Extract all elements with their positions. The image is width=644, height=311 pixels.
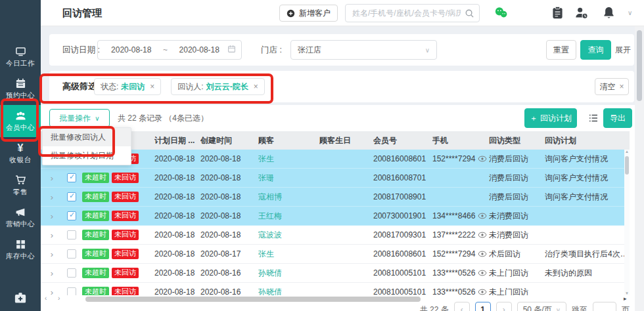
batch-operation-button[interactable]: 批量操作 ∨ <box>49 109 110 127</box>
sidebar-item-marketing-center[interactable]: 营销中心 <box>0 201 41 234</box>
filter-tag-0: 状态:未回访× <box>94 78 161 95</box>
add-visit-plan-button[interactable]: ＋ 回访计划 <box>524 108 577 128</box>
cell-visit-type: 术后回访 <box>489 249 545 260</box>
sidebar-item-label: 零售 <box>13 188 28 197</box>
scrollbar-thumb[interactable] <box>637 30 642 101</box>
column-header: 回访计划 <box>545 135 630 146</box>
cell-member-no: 200810005101 <box>373 287 432 295</box>
eye-icon[interactable] <box>478 270 487 276</box>
column-settings-icon[interactable] <box>588 113 599 123</box>
row-checkbox[interactable] <box>67 268 76 278</box>
customer-link[interactable]: 张珊 <box>258 173 319 184</box>
prev-page-button[interactable]: ‹ <box>454 302 470 311</box>
close-icon[interactable]: × <box>254 82 258 91</box>
row-checkbox[interactable] <box>67 230 76 239</box>
customer-link[interactable]: 寇波波 <box>258 230 319 241</box>
row-expand-icon[interactable]: › <box>43 211 61 221</box>
date-from: 2020-08-18 <box>103 45 160 54</box>
scroll-up-icon[interactable]: ▲ <box>624 150 630 154</box>
status-badge: 未回访 <box>112 230 139 240</box>
scrollbar-thumb[interactable] <box>625 156 629 175</box>
cell-member-no: 200730001901 <box>373 211 432 220</box>
column-header: 会员号 <box>373 135 432 146</box>
sidebar-item-retail[interactable]: 零售 <box>0 169 41 201</box>
scrollbar-thumb[interactable] <box>85 297 421 302</box>
customer-link[interactable]: 孙晓倩 <box>258 268 319 279</box>
sidebar-item-booking-center[interactable]: 预约中心 <box>0 73 41 105</box>
scroll-right-icon[interactable]: › <box>58 295 60 302</box>
status-badges: 未超时未回访 <box>82 249 154 259</box>
clipboard-icon[interactable] <box>551 6 564 20</box>
menu-item-1[interactable]: 批量修改计划日期 <box>43 146 131 165</box>
next-page-button[interactable]: › <box>496 302 512 311</box>
row-checkbox[interactable] <box>67 249 76 259</box>
chevron-down-icon[interactable]: ∨ <box>628 9 632 16</box>
jump-page-input[interactable] <box>593 302 616 311</box>
sidebar-item-cashier[interactable]: ¥收银台 <box>0 137 41 169</box>
status-badge: 未回访 <box>112 211 139 221</box>
people-clock-icon[interactable] <box>574 6 588 20</box>
table-vertical-scrollbar[interactable]: ▲ ▼ <box>624 150 630 295</box>
row-expand-icon[interactable]: › <box>43 268 61 278</box>
reset-button[interactable]: 重置 <box>546 40 576 60</box>
row-checkbox[interactable] <box>67 173 76 182</box>
table-row[interactable]: ›未超时未回访2020-08-182020-08-18寇波波2008170093… <box>41 226 630 245</box>
eye-icon[interactable] <box>478 213 487 219</box>
row-expand-icon[interactable]: › <box>43 249 61 259</box>
table-row[interactable]: ›未超时未回访2020-08-182020-08-16孙晓倩2008100051… <box>41 283 630 295</box>
store-select[interactable]: 张江店 ∨ <box>290 40 437 60</box>
search-icon[interactable] <box>465 9 474 18</box>
customer-link[interactable]: 张生 <box>258 154 319 165</box>
eye-icon[interactable] <box>478 251 487 257</box>
page-size-select[interactable]: 50 条/页 ∨ <box>517 302 566 311</box>
plus-circle-icon <box>287 9 295 18</box>
expand-toggle[interactable]: 展开 ∨ <box>615 34 634 66</box>
column-header: 手机 <box>432 135 489 146</box>
page-scrollbar[interactable] <box>635 26 644 311</box>
cell-plan-date: 2020-08-18 <box>154 230 200 239</box>
query-button[interactable]: 查询 <box>580 40 611 60</box>
row-expand-icon[interactable]: › <box>43 173 61 183</box>
advanced-filter-label[interactable]: 高级筛选 <box>62 71 97 102</box>
eye-icon[interactable] <box>478 232 487 238</box>
wechat-icon[interactable] <box>494 6 508 20</box>
status-badge: 未超时 <box>82 211 109 221</box>
customer-link[interactable]: 孙晓倩 <box>258 287 319 296</box>
menu-item-0[interactable]: 批量修改回访人 <box>43 128 131 146</box>
export-button[interactable]: 导出 <box>603 108 632 128</box>
row-checkbox[interactable] <box>67 287 76 295</box>
sidebar-item-inventory-center[interactable]: 库存中心 <box>0 234 41 266</box>
row-expand-icon[interactable]: › <box>43 192 61 202</box>
medkit-icon[interactable] <box>0 291 41 304</box>
visit-date-label: 回访日期 : <box>62 34 100 66</box>
customer-link[interactable]: 寇相博 <box>258 192 319 203</box>
scroll-right-arrow-icon[interactable]: ▸ <box>624 295 627 302</box>
eye-icon[interactable] <box>478 289 487 295</box>
close-icon[interactable]: × <box>150 82 154 91</box>
customer-link[interactable]: 王红梅 <box>258 211 319 222</box>
clear-filters-button[interactable]: 清空 × <box>595 78 629 95</box>
table-row[interactable]: ›未超时未回访2020-08-182020-08-18王红梅2007300019… <box>41 207 630 226</box>
table-row[interactable]: ›未超时未回访2020-08-182020-08-18寇相博2008170089… <box>41 188 630 207</box>
customer-link[interactable]: 张生 <box>258 249 319 260</box>
eye-icon[interactable] <box>478 156 487 162</box>
cell-phone: 152****7294 <box>432 154 489 163</box>
scroll-left-icon[interactable]: ‹ <box>45 295 47 302</box>
current-page-button[interactable]: 1 <box>475 302 491 311</box>
sidebar-item-member-center[interactable]: 会员中心 <box>0 105 41 137</box>
cell-member-no: 200816008601 <box>373 154 432 163</box>
table-row[interactable]: ›未超时未回访2020-08-182020-08-17张生20081600860… <box>41 245 630 264</box>
status-badge: 未超时 <box>82 173 109 183</box>
table-row[interactable]: ›未超时未回访2020-08-182020-08-18张珊20081600870… <box>41 169 630 188</box>
cell-visit-plan: 询问客户支付情况 <box>545 192 630 203</box>
row-checkbox[interactable] <box>67 211 76 220</box>
filter-bar: 回访日期 : 2020-08-18 ~ 2020-08-18 门店 : 张江店 … <box>49 34 634 66</box>
sidebar-item-today-work[interactable]: 今日工作 <box>0 41 41 73</box>
search-input[interactable] <box>346 5 479 22</box>
bell-icon[interactable] <box>602 6 616 20</box>
table-row[interactable]: ›未超时未回访2020-08-182020-08-16孙晓倩2008100051… <box>41 264 630 283</box>
add-customer-button[interactable]: 新增客户 <box>279 5 338 22</box>
row-checkbox[interactable] <box>67 192 76 201</box>
visit-date-range-input[interactable]: 2020-08-18 ~ 2020-08-18 <box>97 40 242 60</box>
row-expand-icon[interactable]: › <box>43 230 61 240</box>
